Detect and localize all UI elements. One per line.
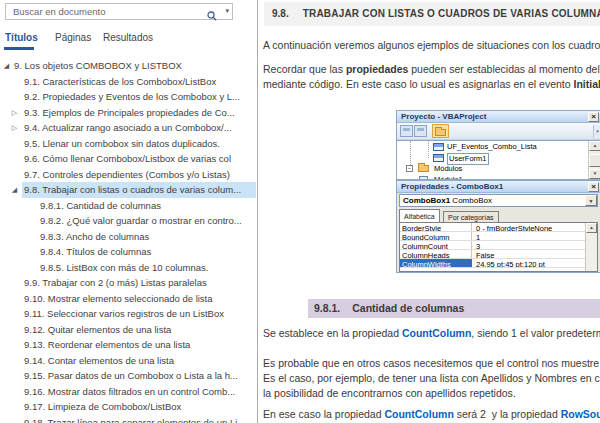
dropdown-arrow-icon: ▼	[585, 195, 597, 206]
collapse-minus-icon: −	[406, 165, 413, 172]
object-selector-combobox: ComboBox1 ComboBox ▼	[399, 194, 598, 207]
tab-resultados[interactable]: Resultados	[103, 32, 153, 43]
project-window-titlebar: Proyecto - VBAProject ×	[397, 111, 600, 123]
tree-item: − Módulos	[397, 164, 588, 174]
countcolumn-keyword: CountColumn	[384, 408, 453, 420]
nav-item-9-5[interactable]: 9.5. Llenar un combobox sin datos duplic…	[0, 136, 256, 152]
nav-item-9-14[interactable]: 9.14. Contar elementos de una lista	[0, 353, 256, 369]
headings-tree: ◢9. Los objetos COMBOBOX y LISTBOX 9.1. …	[0, 58, 256, 423]
nav-item-9-18[interactable]: 9.18. Trazar línea para separar elemento…	[0, 415, 256, 423]
userform-icon	[433, 143, 444, 151]
nav-item-9-9[interactable]: 9.9. Trabajar con 2 (o más) Listas paral…	[0, 275, 256, 291]
heading-9-8: 9.8.TRABAJAR CON LISTAS O CUADROS DE VAR…	[264, 2, 600, 26]
tree-item: UF_Eventos_Combo_Lista	[397, 142, 588, 152]
nav-item-9[interactable]: ◢9. Los objetos COMBOBOX y LISTBOX	[0, 58, 256, 74]
nav-item-9-8-2[interactable]: 9.8.2. ¿Qué valor guardar o mostrar en c…	[0, 213, 256, 229]
close-icon: ×	[588, 182, 599, 192]
chevron-down-icon[interactable]: ▾	[225, 7, 229, 15]
navigation-pane: Buscar en documento ▾ Títulos Páginas Re…	[0, 0, 258, 423]
nav-item-9-6[interactable]: 9.6. Cómo llenar Combobox/Listbox de var…	[0, 151, 256, 167]
nav-item-9-8-1[interactable]: 9.8.1. Cantidad de columnas	[0, 198, 256, 214]
vba-editor-screenshot-image[interactable]: Proyecto - VBAProject × ▾ UF_Eventos_Com…	[396, 110, 600, 273]
view-code-icon	[400, 125, 413, 137]
tab-alfabetica: Alfabética	[399, 209, 440, 222]
scroll-up-icon: ▲	[589, 141, 600, 151]
scrollbar: ▲ ▼	[588, 141, 600, 179]
countcolumn-keyword: CountColumn	[402, 327, 471, 339]
active-tab-indicator	[4, 47, 34, 50]
heading-9-8-1: 9.8.1.Cantidad de columnas	[308, 299, 600, 318]
nav-item-9-10[interactable]: 9.10. Mostrar elemento seleccionado de l…	[0, 291, 256, 307]
userform-icon	[433, 154, 444, 162]
nav-item-9-2[interactable]: 9.2. Propiedades y Eventos de los Combob…	[0, 89, 256, 105]
property-row: BorderStyle0 - fmBorderStyleNone	[400, 223, 585, 232]
view-object-icon	[414, 125, 427, 137]
project-tree: UF_Eventos_Combo_Lista UserForm1 − Módul…	[397, 140, 600, 179]
nav-item-9-12[interactable]: 9.12. Quitar elementos de una lista	[0, 322, 256, 338]
nav-item-9-8-selected[interactable]: ◢9.8. Trabajar con listas o cuadros de v…	[0, 182, 256, 198]
paragraph: Se establece en la propiedad CountColumn…	[263, 327, 600, 339]
property-row: ColumnHeadsFalse	[400, 250, 585, 259]
close-icon: ×	[588, 112, 599, 122]
module-icon	[419, 176, 428, 179]
word-navigation-view: Buscar en documento ▾ Títulos Páginas Re…	[0, 0, 600, 423]
paragraph: Es el caso, por ejemplo, de tener una li…	[263, 372, 600, 384]
scroll-down-icon: ▼	[589, 169, 600, 179]
tree-item: Módulo1	[397, 175, 588, 179]
nav-item-9-3[interactable]: ▷9.3. Ejemplos de Principales propiedade…	[0, 105, 256, 121]
paragraph: Es probable que en otros casos necesitem…	[263, 357, 600, 369]
property-row: ColumnCount3	[400, 241, 585, 250]
property-row: BoundColumn1	[400, 232, 585, 241]
vba-project-window: Proyecto - VBAProject × ▾ UF_Eventos_Com…	[396, 110, 600, 180]
properties-window-titlebar: Propiedades - ComboBox1 ×	[397, 181, 600, 193]
rowsource-keyword: RowSource	[561, 408, 600, 420]
nav-item-9-13[interactable]: 9.13. Reordenar elementos de una lista	[0, 337, 256, 353]
nav-item-9-17[interactable]: 9.17. Limpieza de Combobox/ListBox	[0, 399, 256, 415]
vba-properties-window: Propiedades - ComboBox1 × ComboBox1 Comb…	[396, 180, 600, 273]
nav-item-9-11[interactable]: 9.11. Seleccionar varios registros de un…	[0, 306, 256, 322]
paragraph: Recordar que las propiedades pueden ser …	[263, 63, 600, 75]
search-icon[interactable]	[207, 7, 217, 25]
collapse-arrow-icon[interactable]: ◢	[10, 182, 19, 198]
tree-item: UserForm1	[397, 153, 588, 163]
nav-item-9-8-5[interactable]: 9.8.5. ListBox con más de 10 columnas.	[0, 260, 256, 276]
toolbar-overflow-icon: ▾	[593, 125, 600, 138]
collapse-arrow-icon[interactable]: ◢	[2, 58, 11, 74]
scrollbar: ▲	[585, 223, 597, 271]
tab-titulos[interactable]: Títulos	[5, 32, 38, 43]
folder-icon	[418, 165, 429, 172]
tab-paginas[interactable]: Páginas	[55, 32, 91, 43]
expand-arrow-icon[interactable]: ▷	[10, 120, 19, 136]
nav-item-9-15[interactable]: 9.15. Pasar datos de un Combobox o Lista…	[0, 368, 256, 384]
search-input[interactable]: Buscar en documento	[13, 6, 105, 18]
properties-grid: BorderStyle0 - fmBorderStyleNone BoundCo…	[399, 222, 598, 272]
search-box[interactable]: Buscar en documento ▾	[5, 3, 233, 20]
document-pane: 9.8.TRABAJAR CON LISTAS O CUADROS DE VAR…	[259, 0, 600, 423]
project-toolbar: ▾	[397, 123, 600, 140]
nav-item-9-4[interactable]: ▷9.4. Actualizar rango asociado a un Com…	[0, 120, 256, 136]
toggle-folders-icon	[432, 124, 449, 138]
nav-item-9-1[interactable]: 9.1. Características de los Combobox/Lis…	[0, 74, 256, 90]
property-row-selected: ColumnWidths24,95 pt;45 pt;120 pt	[400, 259, 585, 268]
expand-arrow-icon[interactable]: ▷	[10, 105, 19, 121]
scroll-thumb	[589, 154, 600, 167]
tab-por-categorias: Por categorías	[443, 211, 499, 222]
paragraph: mediante código. En este caso lo usual e…	[263, 78, 600, 90]
nav-item-9-8-4[interactable]: 9.8.4. Títulos de columnas	[0, 244, 256, 260]
nav-item-9-8-3[interactable]: 9.8.3. Ancho de columnas	[0, 229, 256, 245]
paragraph: la posibilidad de encontrarnos con apell…	[263, 387, 516, 399]
properties-tabs: Alfabética Por categorías	[399, 209, 598, 222]
nav-item-9-7[interactable]: 9.7. Controles dependientes (Combos y/o …	[0, 167, 256, 183]
paragraph: En ese caso la propiedad CountColumn ser…	[263, 408, 600, 420]
paragraph: A continuación veremos algunos ejemplos …	[263, 39, 600, 51]
scroll-up-icon: ▲	[586, 223, 597, 233]
nav-item-9-16[interactable]: 9.16. Mostrar datos filtrados en un cont…	[0, 384, 256, 400]
